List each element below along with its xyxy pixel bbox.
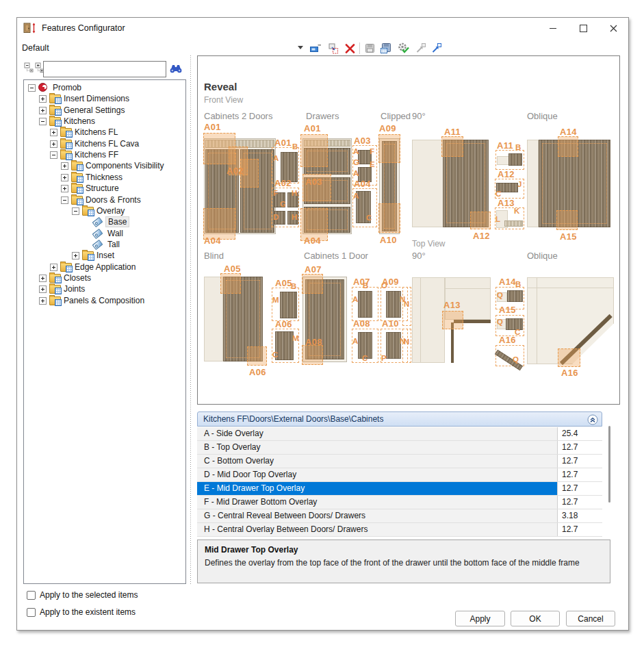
figure-shape-light xyxy=(527,140,539,227)
tree-item-panels-composition[interactable]: Panels & Composition xyxy=(24,295,185,306)
tree-expander-plus[interactable] xyxy=(39,95,47,103)
minimize-icon[interactable] xyxy=(538,18,568,38)
table-row-f-mid-drawer-bottom-overlay[interactable]: F - Mid Drawer Bottom Overlay12.7 xyxy=(197,496,602,509)
tree-expander-plus[interactable] xyxy=(72,252,79,259)
tree-expander-plus[interactable] xyxy=(39,297,47,305)
figure-marker-g: G xyxy=(353,158,359,166)
tree-expander-minus[interactable] xyxy=(72,207,79,215)
figure-marker-n: N xyxy=(404,300,409,308)
table-row-value[interactable]: 25.4 xyxy=(557,427,602,440)
tree-item-wall[interactable]: Wall xyxy=(24,228,185,239)
figure-shape-ov xyxy=(220,273,241,294)
table-row-value[interactable]: 12.7 xyxy=(557,482,602,495)
dropdown-arrow-icon[interactable] xyxy=(298,46,303,49)
export-profile-icon[interactable] xyxy=(429,41,443,55)
close-icon[interactable] xyxy=(598,18,628,38)
edit-profile-icon[interactable] xyxy=(309,41,322,55)
figure-marker-g: G xyxy=(280,200,286,208)
tree-item-label: Components Visibility xyxy=(83,161,166,170)
import-profile-icon[interactable] xyxy=(413,41,427,55)
tree-item-doors-fronts[interactable]: Doors & Fronts xyxy=(24,194,185,205)
tree-item-label: Kitchens FL Cava xyxy=(73,139,141,149)
table-row-value[interactable]: 3.18 xyxy=(557,509,602,522)
checkbox-apply-to-the-existent-items[interactable]: Apply to the existent items xyxy=(27,607,136,618)
tree-item-base[interactable]: Base xyxy=(24,216,185,227)
copy-profile-icon[interactable] xyxy=(326,41,340,55)
figure-shape-ov xyxy=(441,136,463,157)
table-row-value[interactable]: 12.7 xyxy=(557,441,602,454)
tree-item-label: Joints xyxy=(62,284,87,294)
table-row-value[interactable]: 12.7 xyxy=(557,455,602,468)
parameter-group-header[interactable]: Kitchens FF\Doors\External Doors\Base\Ca… xyxy=(197,411,602,427)
figure-heading-drawers: Drawers xyxy=(306,111,339,121)
figure-marker-h: H xyxy=(292,189,297,197)
table-row-value[interactable]: 12.7 xyxy=(557,468,602,481)
tree-expander-plus[interactable] xyxy=(61,185,68,192)
save-database-icon[interactable] xyxy=(379,41,393,55)
save-icon[interactable] xyxy=(363,41,376,55)
checkbox-box[interactable] xyxy=(27,591,36,600)
table-row-e-mid-drawer-top-overlay[interactable]: E - Mid Drawer Top Overlay12.7 xyxy=(197,482,602,496)
table-row-d-mid-door-top-overlay[interactable]: D - Mid Door Top Overlay12.7 xyxy=(197,468,602,482)
tree-item-insert-dimensions[interactable]: Insert Dimensions xyxy=(24,93,185,104)
checkbox-box[interactable] xyxy=(27,608,36,617)
tree-item-general-settings[interactable]: General Settings xyxy=(24,105,185,116)
tree-expander-plus[interactable] xyxy=(61,174,68,181)
figure-shape-wood xyxy=(386,332,401,359)
tree-expander-plus[interactable] xyxy=(50,140,57,148)
tree-item-promob[interactable]: Promob xyxy=(24,82,185,93)
folder-icon xyxy=(49,117,61,126)
tree-item-closets[interactable]: Closets xyxy=(24,272,185,283)
table-row-a-side-overlay[interactable]: A - Side Overlay25.4 xyxy=(197,427,602,441)
table-row-h-central-overlay-between-doors-drawers[interactable]: H - Central Overlay Between Doors/ Drawe… xyxy=(197,523,602,537)
tree-expander-minus[interactable] xyxy=(50,151,57,159)
folder-icon xyxy=(60,263,72,272)
tree-expander-plus[interactable] xyxy=(50,129,57,136)
tree-item-kitchens-fl-cava[interactable]: Kitchens FL Cava xyxy=(24,138,185,149)
tree-item-inset[interactable]: Inset xyxy=(24,250,185,261)
tree-item-joints[interactable]: Joints xyxy=(24,283,185,294)
figure-marker-e: E xyxy=(370,160,375,168)
apply-settings-icon[interactable] xyxy=(396,41,410,55)
tree-expander-minus[interactable] xyxy=(61,196,68,204)
maximize-icon[interactable] xyxy=(568,18,598,38)
tree-item-edge-application[interactable]: Edge Application xyxy=(24,262,185,272)
tree-expander-minus[interactable] xyxy=(39,118,47,125)
tree-item-structure[interactable]: Structure xyxy=(24,183,185,194)
delete-profile-icon[interactable] xyxy=(343,41,357,55)
tree-item-overlay[interactable]: Overlay xyxy=(24,205,185,216)
tree-item-components-visibility[interactable]: Components Visibility xyxy=(24,160,185,171)
table-row-b-top-overlay[interactable]: B - Top Overlay12.7 xyxy=(197,441,602,455)
checkbox-label: Apply to the selected items xyxy=(40,590,138,600)
tree-item-kitchens[interactable]: Kitchens xyxy=(24,116,185,127)
tree-expander-plus[interactable] xyxy=(61,162,68,170)
chevron-double-up-icon[interactable] xyxy=(587,414,598,427)
tree-expander-plus[interactable] xyxy=(39,107,47,114)
figure-callout-a04: A04 xyxy=(354,179,371,189)
figure-marker-b: B xyxy=(291,282,296,290)
tree-item-tall[interactable]: Tall xyxy=(24,239,185,250)
table-row-value[interactable]: 12.7 xyxy=(557,523,602,536)
tree-expander-plus[interactable] xyxy=(39,286,47,293)
tree-item-kitchens-ff[interactable]: Kitchens FF xyxy=(24,149,185,160)
table-scrollbar[interactable] xyxy=(608,426,610,503)
collapse-all-icon[interactable] xyxy=(24,62,34,75)
table-row-g-central-reveal-between-doors-drawers[interactable]: G - Central Reveal Between Doors/ Drawer… xyxy=(197,509,602,523)
profile-combobox[interactable]: Default xyxy=(22,43,49,53)
apply-button[interactable]: Apply xyxy=(455,611,505,626)
find-icon[interactable] xyxy=(169,63,183,75)
table-row-c-bottom-overlay[interactable]: C - Bottom Overlay12.7 xyxy=(197,455,602,468)
tree-expander-plus[interactable] xyxy=(39,275,47,282)
cancel-button[interactable]: Cancel xyxy=(566,611,615,626)
figure-callout-a02: A02 xyxy=(274,178,292,188)
figure-shape-wood xyxy=(507,290,523,302)
table-row-value[interactable]: 12.7 xyxy=(557,496,602,509)
search-input[interactable] xyxy=(43,61,166,77)
tree-expander-minus[interactable] xyxy=(28,84,36,92)
tree-item-thickness[interactable]: Thickness xyxy=(24,172,185,183)
panel-splitter[interactable] xyxy=(190,55,192,584)
checkbox-apply-to-the-selected-items[interactable]: Apply to the selected items xyxy=(27,589,138,600)
tree-item-kitchens-fl[interactable]: Kitchens FL xyxy=(24,127,185,138)
tree-expander-plus[interactable] xyxy=(50,264,57,271)
ok-button[interactable]: OK xyxy=(511,611,560,626)
